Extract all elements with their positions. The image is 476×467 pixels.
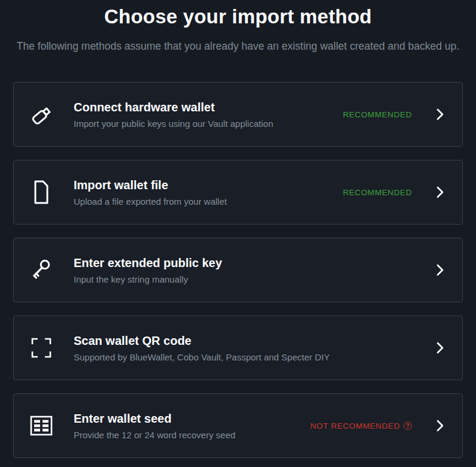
import-method-card-connect-hardware-wallet[interactable]: Connect hardware wallet Import your publ… — [13, 82, 463, 147]
method-description: Import your public keys using our Vault … — [74, 119, 343, 129]
seed-table-icon — [28, 409, 54, 442]
method-description: Input the key string manually — [74, 274, 435, 284]
method-title: Connect hardware wallet — [74, 101, 343, 114]
method-badge: RECOMMENDED — [343, 110, 412, 119]
chevron-right-icon — [435, 108, 445, 121]
method-title: Enter wallet seed — [74, 412, 310, 426]
method-description: Supported by BlueWallet, Cobo Vault, Pas… — [74, 352, 435, 362]
method-badge: NOT RECOMMENDED ? — [310, 421, 412, 430]
method-title: Scan wallet QR code — [74, 334, 435, 348]
method-description: Provide the 12 or 24 word recovery seed — [74, 430, 310, 440]
import-method-card-import-wallet-file[interactable]: Import wallet file Upload a file exporte… — [13, 160, 463, 225]
chevron-right-icon — [435, 341, 445, 354]
key-icon — [28, 253, 54, 287]
import-method-card-enter-extended-public-key[interactable]: Enter extended public key Input the key … — [13, 238, 463, 302]
usb-stick-icon — [28, 98, 54, 131]
qr-scan-icon — [28, 331, 54, 365]
import-method-list: Connect hardware wallet Import your publ… — [13, 82, 463, 458]
import-method-card-enter-wallet-seed[interactable]: Enter wallet seed Provide the 12 or 24 w… — [13, 393, 463, 458]
chevron-right-icon — [435, 186, 445, 199]
page-header: Choose your import method The following … — [0, 0, 476, 53]
method-badge: RECOMMENDED — [343, 188, 412, 197]
method-title: Import wallet file — [74, 178, 343, 192]
method-title: Enter extended public key — [74, 256, 435, 270]
method-description: Upload a file exported from your wallet — [74, 196, 343, 207]
page-title: Choose your import method — [0, 5, 476, 28]
page-subtitle: The following methods assume that you al… — [0, 40, 476, 53]
file-icon — [28, 175, 54, 209]
chevron-right-icon — [435, 419, 445, 432]
import-method-card-scan-wallet-qr-code[interactable]: Scan wallet QR code Supported by BlueWal… — [13, 316, 463, 380]
chevron-right-icon — [435, 263, 445, 277]
help-question-icon[interactable]: ? — [404, 421, 412, 430]
